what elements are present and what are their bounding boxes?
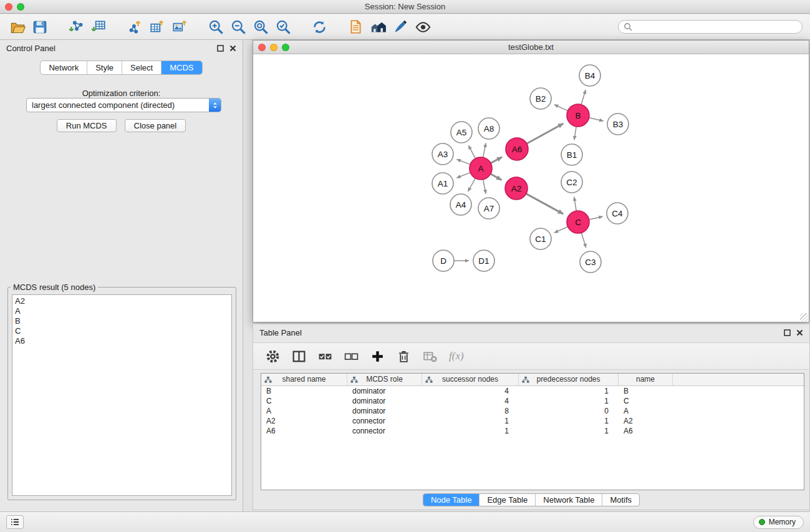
graph-edge-B-B3[interactable] <box>589 118 604 121</box>
tab-select[interactable]: Select <box>122 61 162 74</box>
table-row[interactable]: Cdominator41C <box>261 396 804 406</box>
zoom-in-button[interactable] <box>205 16 227 37</box>
graph-node-A1[interactable]: A1 <box>432 173 453 194</box>
graph-node-A4[interactable]: A4 <box>450 194 471 215</box>
open-file-button[interactable] <box>6 16 29 37</box>
table-cell[interactable]: C <box>619 396 673 406</box>
column-header-mcds-role[interactable]: MCDS role <box>347 374 422 385</box>
table-cell[interactable]: A6 <box>261 426 347 436</box>
add-row-button[interactable] <box>368 347 387 365</box>
deselect-all-button[interactable] <box>342 347 360 365</box>
graph-node-D[interactable]: D <box>433 250 454 271</box>
graph-node-C2[interactable]: C2 <box>561 172 582 193</box>
graph-node-C3[interactable]: C3 <box>580 251 601 273</box>
tab-node-table[interactable]: Node Table <box>423 494 480 506</box>
column-header-name[interactable]: name <box>619 374 673 385</box>
network-zoom-button[interactable] <box>282 44 289 51</box>
graph-edge-C-C4[interactable] <box>589 216 603 220</box>
graph-edge-A-A2[interactable] <box>491 174 502 180</box>
graph-node-A[interactable]: A <box>470 157 492 180</box>
zoom-selected-button[interactable] <box>272 16 294 37</box>
graph-edge-B-B1[interactable] <box>574 127 576 140</box>
table-cell[interactable]: dominator <box>347 386 422 396</box>
tab-network-table[interactable]: Network Table <box>536 494 602 506</box>
refresh-layout-button[interactable] <box>308 16 330 37</box>
table-cell[interactable]: connector <box>347 426 422 436</box>
table-cell[interactable]: dominator <box>347 396 422 406</box>
tab-network[interactable]: Network <box>41 61 87 74</box>
table-cell[interactable]: 8 <box>422 406 519 416</box>
float-panel-icon[interactable] <box>784 329 791 336</box>
graph-edge-C-C1[interactable] <box>554 226 568 233</box>
table-cell[interactable]: B <box>261 386 347 396</box>
graph-node-B4[interactable]: B4 <box>579 65 600 86</box>
show-hide-button[interactable] <box>412 16 434 37</box>
result-item[interactable]: B <box>15 316 229 326</box>
table-cell[interactable]: 1 <box>519 426 619 436</box>
graph-node-B1[interactable]: B1 <box>561 144 582 165</box>
import-table-button[interactable] <box>87 16 110 37</box>
panel-menu-button[interactable] <box>6 515 24 529</box>
import-network-button[interactable] <box>65 16 87 37</box>
table-cell[interactable]: 4 <box>422 396 519 406</box>
style-pen-button[interactable] <box>389 16 412 37</box>
table-settings-button[interactable] <box>263 347 282 365</box>
window-resize-grip[interactable] <box>800 313 808 321</box>
search-input[interactable] <box>635 22 797 31</box>
graph-node-A3[interactable]: A3 <box>432 143 453 165</box>
table-cell[interactable]: A2 <box>261 416 347 426</box>
zoom-out-button[interactable] <box>227 16 249 37</box>
graph-edge-A-A5[interactable] <box>468 145 475 158</box>
graph-edge-B-B2[interactable] <box>554 105 568 111</box>
table-cell[interactable]: C <box>261 396 347 406</box>
graph-edge-A-A8[interactable] <box>483 143 486 158</box>
graph-node-B2[interactable]: B2 <box>530 88 551 109</box>
tab-style[interactable]: Style <box>87 61 122 74</box>
save-session-button[interactable] <box>29 16 51 37</box>
network-canvas[interactable]: AA6A2BCA1A3A4A5A7A8B1B2B3B4C1C2C3C4DD1 <box>253 54 809 322</box>
graph-node-A7[interactable]: A7 <box>478 198 499 219</box>
table-cell[interactable]: 4 <box>422 386 519 396</box>
result-item[interactable]: A <box>15 306 229 316</box>
ndex-home-button[interactable] <box>367 16 389 37</box>
graph-node-A5[interactable]: A5 <box>451 122 472 143</box>
result-item[interactable]: A2 <box>15 296 229 306</box>
delete-table-button[interactable] <box>420 347 439 365</box>
graph-node-A2[interactable]: A2 <box>505 177 528 200</box>
open-session-doc-button[interactable] <box>344 16 367 37</box>
graph-node-D1[interactable]: D1 <box>473 250 494 271</box>
table-cell[interactable]: 1 <box>519 416 619 426</box>
graph-node-B[interactable]: B <box>567 104 589 127</box>
network-close-button[interactable] <box>258 44 266 51</box>
table-cell[interactable]: A2 <box>619 416 673 426</box>
table-cell[interactable]: 1 <box>519 396 619 406</box>
table-cell[interactable]: A <box>619 406 673 416</box>
close-panel-icon[interactable] <box>229 45 236 52</box>
close-panel-button[interactable]: Close panel <box>125 119 186 132</box>
table-cell[interactable]: connector <box>347 416 422 426</box>
table-cell[interactable]: B <box>619 386 673 396</box>
graph-node-C4[interactable]: C4 <box>607 203 628 224</box>
result-item[interactable]: C <box>15 326 229 336</box>
zoom-window-button[interactable] <box>17 3 24 11</box>
graph-node-B3[interactable]: B3 <box>607 114 629 135</box>
export-image-button[interactable] <box>168 16 191 37</box>
table-cell[interactable]: A6 <box>619 426 673 436</box>
export-table-button[interactable] <box>146 16 168 37</box>
delete-row-button[interactable] <box>394 347 413 365</box>
network-minimize-button[interactable] <box>270 44 277 51</box>
optimization-criterion-dropdown[interactable]: largest connected component (directed) <box>26 98 221 112</box>
graph-edge-A-A1[interactable] <box>456 173 470 178</box>
graph-edge-A6-B[interactable] <box>527 123 564 143</box>
graph-edge-A-A7[interactable] <box>483 180 486 194</box>
table-cell[interactable]: 1 <box>519 386 619 396</box>
table-row[interactable]: Bdominator41B <box>261 386 804 396</box>
tab-mcds[interactable]: MCDS <box>162 61 201 74</box>
tab-motifs[interactable]: Motifs <box>602 494 639 506</box>
function-builder-icon[interactable]: f(x) <box>446 350 464 362</box>
graph-edge-A-A6[interactable] <box>491 157 502 163</box>
graph-node-A6[interactable]: A6 <box>506 138 528 160</box>
zoom-fit-button[interactable] <box>249 16 272 37</box>
graph-node-A8[interactable]: A8 <box>478 118 499 139</box>
table-row[interactable]: A6connector11A6 <box>261 426 804 436</box>
